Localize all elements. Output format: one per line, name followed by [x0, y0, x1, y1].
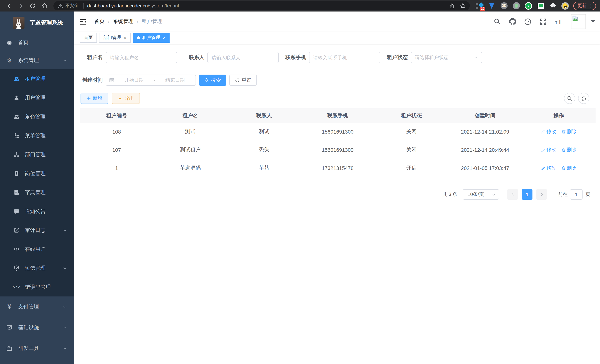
sidebar-item-menu[interactable]: 菜单管理 [0, 126, 74, 145]
delete-link[interactable]: 删除 [562, 165, 577, 171]
end-date-placeholder[interactable]: 结束日期 [158, 77, 193, 84]
extension-y-icon[interactable]: Y [525, 2, 532, 9]
profile-avatar-icon[interactable] [562, 2, 569, 9]
fullscreen-icon[interactable] [540, 18, 547, 25]
font-size-icon[interactable]: TT [555, 18, 563, 25]
address-bar[interactable]: 不安全 dashboard.yudao.iocoder.cn/system/te… [53, 1, 470, 10]
sidebar-item-label: 租户管理 [25, 75, 46, 82]
breadcrumb-system[interactable]: 系统管理 [113, 18, 134, 25]
breadcrumb-home[interactable]: 首页 [94, 18, 105, 25]
extension-kite-icon[interactable] [488, 2, 495, 9]
tab-home[interactable]: 首页 [80, 33, 97, 42]
avatar-dropdown-icon[interactable] [591, 20, 595, 23]
sidebar-item-dev-tools[interactable]: 研发工具 [0, 338, 74, 359]
chevron-up-icon [63, 58, 67, 63]
security-label[interactable]: 不安全 [65, 3, 79, 9]
tab-tenant[interactable]: 租户管理 × [133, 33, 169, 42]
sidebar-item-role[interactable]: 角色管理 [0, 107, 74, 126]
close-icon[interactable]: × [123, 35, 126, 40]
breadcrumb-current: 租户管理 [142, 18, 162, 25]
sidebar-item-error-code[interactable]: </> 错误码管理 [0, 278, 74, 297]
calendar-icon [109, 78, 114, 83]
edit-link[interactable]: 修改 [541, 147, 556, 153]
sidebar-item-sms[interactable]: 短信管理 [0, 259, 74, 278]
page-size-select[interactable]: 10条/页 [463, 189, 499, 200]
help-icon[interactable]: ? [524, 18, 531, 25]
delete-link[interactable]: 删除 [562, 147, 577, 153]
sidebar-item-home[interactable]: 首页 [0, 34, 74, 52]
filter-row-2: 创建时间 开始日期 - 结束日期 搜索 [80, 75, 600, 86]
chevron-down-icon [63, 326, 67, 330]
user-avatar[interactable] [571, 14, 586, 29]
sidebar-item-system[interactable]: ⚙ 系统管理 [0, 52, 74, 69]
bookmark-star-icon[interactable] [460, 3, 466, 9]
sidebar-item-label: 短信管理 [25, 265, 46, 271]
delete-link[interactable]: 删除 [562, 128, 577, 135]
sidebar-item-label: 错误码管理 [25, 284, 51, 290]
badge-tie-icon [13, 170, 19, 177]
sidebar-item-payment[interactable]: ¥ 支付管理 [0, 297, 74, 317]
edit-link[interactable]: 修改 [541, 128, 556, 135]
extensions-puzzle-icon[interactable] [549, 2, 557, 9]
close-icon[interactable]: × [163, 35, 166, 40]
extension-chat-icon[interactable] [537, 2, 544, 9]
sidebar-item-audit-log[interactable]: 审计日志 [0, 221, 74, 240]
next-page-button[interactable] [536, 189, 547, 200]
phone-input[interactable] [309, 52, 380, 63]
sidebar-item-tenant[interactable]: 租户管理 [0, 69, 74, 88]
page-number-button[interactable]: 1 [522, 189, 533, 200]
cell-contact: 芋艿 [227, 165, 301, 171]
status-select[interactable]: 请选择租户状态 [411, 52, 482, 63]
tenant-name-input[interactable] [106, 52, 177, 63]
cell-tenant-id: 107 [80, 147, 153, 153]
goto-page-input[interactable] [570, 189, 582, 200]
start-date-placeholder[interactable]: 开始日期 [116, 77, 151, 84]
extension-camera-icon[interactable] [512, 2, 520, 9]
page-unit-label: 页 [586, 191, 590, 198]
create-time-range-picker[interactable]: 开始日期 - 结束日期 [106, 75, 196, 86]
sidebar-item-online-users[interactable]: 在线用户 [0, 240, 74, 259]
back-icon[interactable] [5, 2, 13, 9]
sidebar-item-dict[interactable]: 字典管理 [0, 183, 74, 202]
tab-dept[interactable]: 部门管理 × [99, 33, 131, 42]
prev-page-button[interactable] [507, 189, 518, 200]
goto-label: 前往 [558, 191, 568, 198]
show-search-toggle-button[interactable] [564, 93, 575, 104]
sidebar-item-post[interactable]: 岗位管理 [0, 164, 74, 183]
sidebar-item-label: 基础设施 [18, 324, 39, 331]
contact-input[interactable] [207, 52, 279, 63]
sidebar-logo[interactable]: 芋道管理系统 [0, 11, 74, 34]
forward-icon[interactable] [17, 2, 25, 9]
reload-icon[interactable] [29, 2, 36, 9]
sidebar-item-infrastructure[interactable]: 基础设施 [0, 317, 74, 338]
create-time-label: 创建时间 [80, 77, 103, 84]
edit-log-icon [13, 227, 19, 233]
logo-image [13, 17, 25, 29]
toolbox-icon [6, 345, 12, 351]
share-icon[interactable] [449, 3, 455, 9]
security-warning-icon[interactable] [58, 3, 63, 8]
sidebar-item-label: 支付管理 [18, 304, 39, 310]
sidebar-item-notice[interactable]: 通知公告 [0, 202, 74, 221]
sidebar-item-user[interactable]: 用户管理 [0, 88, 74, 107]
extension-sidebar-icon[interactable]: 10 [476, 2, 483, 9]
url-text[interactable]: dashboard.yudao.iocoder.cn/system/tenant [87, 3, 179, 9]
browser-menu-icon[interactable]: ⋮ [589, 3, 593, 9]
add-button[interactable]: 新增 [81, 93, 108, 104]
search-button[interactable]: 搜索 [199, 75, 226, 86]
edit-link[interactable]: 修改 [541, 165, 556, 171]
sidebar-item-label: 字典管理 [25, 189, 46, 196]
message-icon [13, 208, 19, 214]
browser-update-button[interactable]: 更新 ⋮ [573, 2, 596, 10]
chevron-down-icon [492, 192, 496, 196]
chevron-down-icon [63, 266, 67, 270]
sidebar-item-dept[interactable]: 部门管理 [0, 145, 74, 164]
extension-command-icon[interactable]: ⌘ [500, 2, 508, 9]
sidebar-collapse-icon[interactable] [79, 18, 86, 25]
github-icon[interactable] [509, 18, 516, 25]
reset-button[interactable]: 重置 [229, 75, 257, 86]
refresh-table-button[interactable] [578, 93, 589, 104]
search-icon[interactable] [494, 18, 501, 25]
home-icon[interactable] [41, 2, 48, 9]
export-button[interactable]: 导出 [112, 93, 140, 104]
